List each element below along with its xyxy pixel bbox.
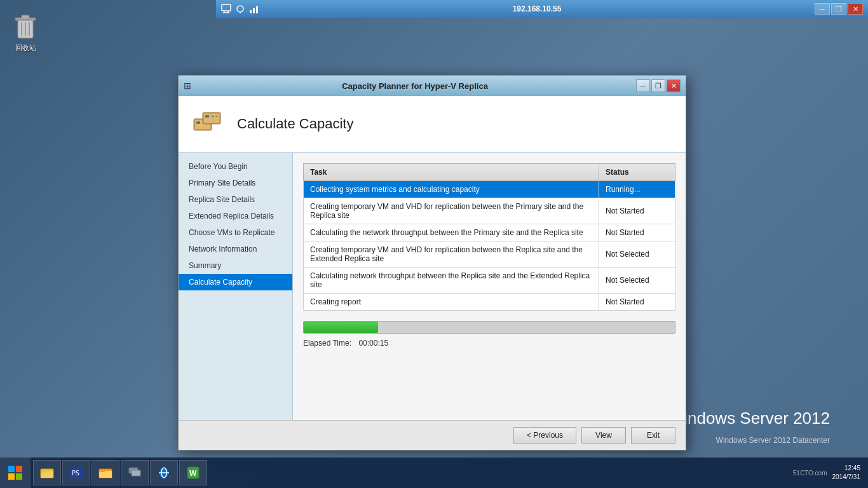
- task-cell: Creating temporary VM and VHD for replic…: [304, 198, 599, 224]
- ws-edition: Windows Server 2012 Datacenter: [716, 436, 830, 445]
- svg-text:PS: PS: [72, 470, 79, 477]
- dialog-minimize-btn[interactable]: ─: [636, 79, 650, 92]
- start-icon: [8, 465, 23, 480]
- svg-rect-2: [22, 15, 29, 19]
- svg-rect-40: [99, 470, 105, 472]
- view-button[interactable]: View: [581, 427, 626, 444]
- elapsed-value: 00:00:15: [358, 339, 388, 348]
- desktop: 回收站 192.168.10.55 ─ ❐ ✕: [0, 0, 868, 488]
- recycle-bin-label: 回收站: [15, 43, 36, 53]
- taskbar-folder[interactable]: [92, 460, 119, 485]
- rdp-controls: ─ ❐ ✕: [815, 3, 863, 15]
- signal-icon: [249, 4, 259, 14]
- rdp-title: 192.168.10.55: [259, 4, 815, 13]
- svg-rect-13: [253, 8, 255, 13]
- rdp-minimize-btn[interactable]: ─: [815, 3, 830, 15]
- progress-fill: [304, 322, 378, 333]
- taskbar: PS: [0, 458, 868, 488]
- dialog-body: Before You Begin Primary Site Details Re…: [179, 153, 686, 420]
- powershell-icon: PS: [69, 465, 84, 480]
- ws-name: Windows Server 2012: [668, 409, 830, 428]
- svg-rect-27: [212, 115, 214, 118]
- elapsed-label: Elapsed Time:: [303, 339, 351, 348]
- svg-text:W: W: [189, 469, 197, 478]
- task-row: Collecting system metrics and calculatin…: [304, 181, 675, 198]
- prev-button[interactable]: < Previous: [513, 427, 576, 444]
- nav-item-network[interactable]: Network Information: [179, 241, 292, 257]
- progress-bar-container: [303, 321, 675, 334]
- watermark-text: 51CTO.com: [793, 470, 827, 477]
- taskbar-right: 51CTO.com 12:45 2014/7/31: [793, 464, 868, 482]
- taskbar-app5[interactable]: W: [179, 460, 207, 485]
- dialog-title-text: Capacity Planner for Hyper-V Replica: [198, 81, 632, 91]
- task-row: Calculating the network throughput betwe…: [304, 224, 675, 241]
- svg-rect-14: [256, 6, 258, 13]
- svg-rect-26: [205, 115, 209, 118]
- server-manager-icon: [127, 465, 142, 480]
- nav-item-primary-site[interactable]: Primary Site Details: [179, 175, 292, 191]
- recycle-bin[interactable]: 回收站: [13, 13, 38, 53]
- clock-time: 12:45: [832, 464, 861, 473]
- task-row: Calculating network throughput between t…: [304, 268, 675, 294]
- svg-point-10: [237, 6, 243, 12]
- pin-icon: [235, 4, 245, 14]
- dialog-header-icon: [191, 106, 227, 142]
- svg-rect-31: [8, 473, 15, 480]
- dialog-window: ⊞ Capacity Planner for Hyper-V Replica ─…: [178, 75, 686, 451]
- task-cell: Calculating the network throughput betwe…: [304, 224, 599, 241]
- dialog-title-icon: ⊞: [184, 81, 194, 91]
- file-explorer-icon: [39, 465, 55, 480]
- taskbar-file-explorer[interactable]: [33, 460, 61, 485]
- task-cell: Calculating network throughput between t…: [304, 268, 599, 294]
- taskbar-server-manager[interactable]: [121, 460, 149, 485]
- status-cell: Not Started: [599, 224, 675, 241]
- svg-rect-28: [215, 116, 218, 117]
- dialog-header: Calculate Capacity: [179, 96, 686, 153]
- dialog-restore-btn[interactable]: ❐: [651, 79, 665, 92]
- taskbar-start[interactable]: [0, 458, 31, 488]
- svg-rect-12: [250, 10, 252, 13]
- svg-rect-21: [196, 121, 200, 124]
- svg-rect-42: [132, 470, 140, 476]
- nav-item-replica-site[interactable]: Replica Site Details: [179, 191, 292, 208]
- taskbar-clock: 12:45 2014/7/31: [832, 464, 861, 482]
- task-cell: Collecting system metrics and calculatin…: [304, 181, 599, 198]
- elapsed-time: Elapsed Time: 00:00:15: [303, 339, 675, 348]
- task-cell: Creating temporary VM and VHD for replic…: [304, 241, 599, 268]
- dialog-header-title: Calculate Capacity: [237, 116, 353, 132]
- svg-rect-30: [16, 466, 22, 472]
- nav-item-extended-replica[interactable]: Extended Replica Details: [179, 208, 292, 224]
- svg-rect-35: [41, 470, 46, 473]
- dialog-title-buttons: ─ ❐ ✕: [636, 79, 681, 92]
- nav-panel: Before You Begin Primary Site Details Re…: [179, 153, 293, 420]
- svg-rect-32: [16, 473, 22, 480]
- status-cell: Not Started: [599, 294, 675, 311]
- taskbar-ie[interactable]: [150, 460, 178, 485]
- nav-item-summary[interactable]: Summary: [179, 257, 292, 274]
- dialog-footer: < Previous View Exit: [179, 420, 686, 450]
- task-row: Creating reportNot Started: [304, 294, 675, 311]
- nav-item-before-you-begin[interactable]: Before You Begin: [179, 158, 292, 175]
- dialog-titlebar: ⊞ Capacity Planner for Hyper-V Replica ─…: [179, 76, 686, 96]
- rdp-close-btn[interactable]: ✕: [848, 3, 863, 15]
- rdp-restore-btn[interactable]: ❐: [831, 3, 846, 15]
- status-cell: Not Selected: [599, 241, 675, 268]
- recycle-bin-icon: [13, 13, 38, 41]
- col-status-header: Status: [599, 164, 675, 181]
- rdp-bar: 192.168.10.55 ─ ❐ ✕: [216, 0, 868, 18]
- task-row: Creating temporary VM and VHD for replic…: [304, 198, 675, 224]
- status-cell: Not Selected: [599, 268, 675, 294]
- rdp-icon: [221, 4, 231, 14]
- task-table: Task Status Collecting system metrics an…: [303, 163, 675, 311]
- dialog-close-btn[interactable]: ✕: [667, 79, 681, 92]
- exit-button[interactable]: Exit: [631, 427, 675, 444]
- nav-item-choose-vms[interactable]: Choose VMs to Replicate: [179, 224, 292, 241]
- folder-icon: [98, 465, 113, 480]
- col-task-header: Task: [304, 164, 599, 181]
- taskbar-powershell[interactable]: PS: [62, 460, 90, 485]
- svg-rect-6: [222, 4, 231, 11]
- status-cell: Not Started: [599, 198, 675, 224]
- task-cell: Creating report: [304, 294, 599, 311]
- nav-item-calculate[interactable]: Calculate Capacity: [179, 274, 292, 290]
- content-panel: Task Status Collecting system metrics an…: [293, 153, 686, 420]
